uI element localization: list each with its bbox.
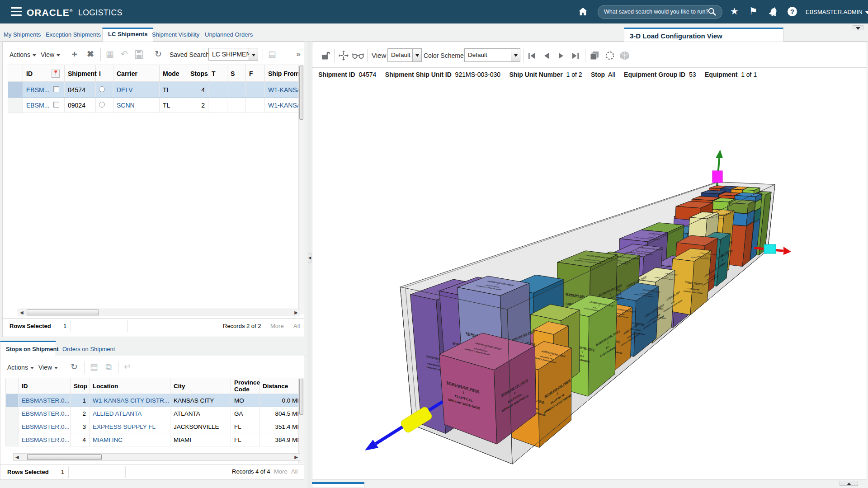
svg-text:?: ?: [790, 8, 794, 15]
